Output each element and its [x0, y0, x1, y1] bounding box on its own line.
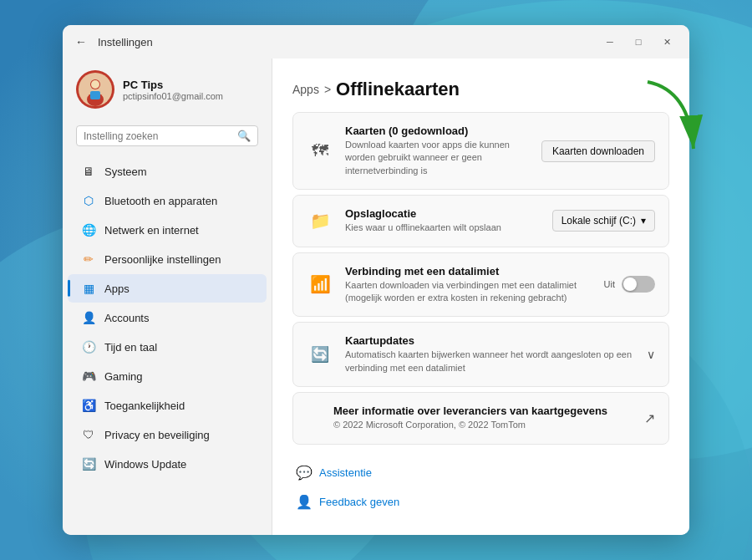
kaartupdates-icon: 🔄 — [307, 341, 333, 368]
opslag-text: Opslaglocatie Kies waar u offlinekaarten… — [345, 207, 541, 234]
kaartupdates-title: Kaartupdates — [345, 334, 635, 347]
kaarten-action: Kaarten downloaden — [541, 140, 655, 162]
verbinding-toggle[interactable] — [622, 276, 655, 293]
sidebar-item-persoonlijk[interactable]: ✏ Persoonlijke instellingen — [68, 245, 267, 273]
netwerk-icon: 🌐 — [81, 222, 96, 237]
verbinding-icon: 📶 — [307, 271, 333, 298]
apps-icon: ▦ — [81, 281, 96, 296]
persoonlijk-icon: ✏ — [81, 252, 96, 267]
opslag-title: Opslaglocatie — [345, 207, 541, 220]
feedback-link[interactable]: Feedback geven — [319, 496, 399, 508]
sidebar-item-privacy[interactable]: 🛡 Privacy en beveiliging — [68, 420, 267, 449]
assistentie-link[interactable]: Assistentie — [319, 466, 372, 479]
kaarten-title: Kaarten (0 gedownload) — [345, 125, 530, 137]
opslag-select-value: Lokale schijf (C:) — [561, 215, 636, 227]
sidebar-item-netwerk[interactable]: 🌐 Netwerk en internet — [68, 216, 267, 244]
sidebar-item-label: Systeem — [104, 165, 147, 178]
sidebar-item-label: Apps — [104, 283, 130, 295]
sidebar-item-label: Toegankelijkheid — [104, 400, 185, 412]
sidebar-item-label: Privacy en beveiliging — [104, 429, 210, 441]
sidebar-item-bluetooth[interactable]: ⬡ Bluetooth en apparaten — [68, 186, 267, 215]
gaming-icon: 🎮 — [81, 369, 96, 384]
meer-info-text: Meer informatie over leveranciers van ka… — [333, 405, 633, 431]
systeem-icon: 🖥 — [81, 164, 96, 179]
opslag-select[interactable]: Lokale schijf (C:) ▾ — [552, 210, 655, 232]
titlebar-left: ← Instellingen — [73, 33, 153, 50]
sidebar-item-gaming[interactable]: 🎮 Gaming — [68, 362, 267, 390]
titlebar: ← Instellingen ─ □ ✕ — [63, 25, 689, 59]
verbinding-title: Verbinding met een datalimiet — [345, 265, 592, 277]
opslag-action: Lokale schijf (C:) ▾ — [552, 210, 655, 232]
sidebar-item-label: Tijd en taal — [104, 341, 157, 354]
sidebar-item-label: Netwerk en internet — [104, 224, 199, 237]
breadcrumb-parent[interactable]: Apps — [292, 83, 319, 96]
profile-email: pctipsinfo01@gmail.com — [123, 91, 223, 101]
svg-point-9 — [91, 80, 99, 89]
verbinding-toggle-row: Uit — [604, 276, 655, 293]
settings-window: ← Instellingen ─ □ ✕ — [63, 25, 689, 535]
sidebar-item-label: Gaming — [104, 370, 143, 383]
opslag-chevron-icon: ▾ — [641, 215, 646, 227]
privacy-icon: 🛡 — [81, 427, 96, 442]
toegankelijkheid-icon: ♿ — [81, 398, 96, 413]
bluetooth-icon: ⬡ — [81, 193, 96, 208]
profile-info: PC Tips pctipsinfo01@gmail.com — [123, 79, 223, 101]
tijd-icon: 🕐 — [81, 339, 96, 354]
windows-update-icon: 🔄 — [81, 456, 96, 471]
external-link-icon[interactable]: ↗ — [644, 411, 655, 425]
sidebar-nav: 🖥 Systeem ⬡ Bluetooth en apparaten 🌐 Net… — [63, 156, 272, 479]
meer-info-desc: © 2022 Microsoft Corporation, © 2022 Tom… — [333, 419, 633, 431]
titlebar-controls: ─ □ ✕ — [597, 33, 679, 51]
maximize-button[interactable]: □ — [626, 33, 651, 51]
accounts-icon: 👤 — [81, 310, 96, 325]
footer-links: 💬 Assistentie 👤 Feedback geven — [292, 458, 669, 517]
sidebar-item-label: Bluetooth en apparaten — [104, 195, 217, 207]
sidebar-item-tijd[interactable]: 🕐 Tijd en taal — [68, 333, 267, 361]
sidebar-item-toegankelijkheid[interactable]: ♿ Toegankelijkheid — [68, 391, 267, 420]
sidebar-item-accounts[interactable]: 👤 Accounts — [68, 303, 267, 332]
breadcrumb: Apps > Offlinekaarten — [292, 79, 669, 100]
svg-rect-10 — [90, 91, 100, 99]
profile-name: PC Tips — [123, 79, 223, 91]
card-kaarten: 🗺 Kaarten (0 gedownload) Download kaarte… — [292, 112, 669, 190]
main-content: Apps > Offlinekaarten 🗺 Kaarten (0 gedow… — [272, 59, 689, 535]
search-icon: 🔍 — [237, 130, 251, 142]
profile-section: PC Tips pctipsinfo01@gmail.com — [63, 59, 272, 120]
kaartupdates-chevron-icon[interactable]: ∨ — [647, 348, 655, 361]
search-box[interactable]: 🔍 — [76, 125, 258, 146]
opslag-desc: Kies waar u offlinekaarten wilt opslaan — [345, 221, 541, 234]
sidebar-item-apps[interactable]: ▦ Apps — [68, 274, 267, 303]
meer-info-title: Meer informatie over leveranciers van ka… — [333, 405, 633, 417]
card-meer-info: Meer informatie over leveranciers van ka… — [292, 392, 669, 444]
sidebar-item-label: Accounts — [104, 312, 149, 324]
kaarten-desc: Download kaarten voor apps die kunnen wo… — [345, 139, 530, 177]
kaarten-downloaden-button[interactable]: Kaarten downloaden — [541, 140, 655, 162]
toggle-thumb — [623, 277, 637, 291]
sidebar-item-systeem[interactable]: 🖥 Systeem — [68, 157, 267, 186]
breadcrumb-current: Offlinekaarten — [336, 79, 460, 100]
assistentie-row: 💬 Assistentie — [292, 458, 669, 487]
close-button[interactable]: ✕ — [654, 33, 679, 51]
verbinding-toggle-label: Uit — [604, 279, 615, 289]
settings-cards: 🗺 Kaarten (0 gedownload) Download kaarte… — [292, 112, 669, 445]
card-opslag: 📁 Opslaglocatie Kies waar u offlinekaart… — [292, 195, 669, 247]
kaartupdates-action: ∨ — [647, 347, 655, 362]
kaartupdates-text: Kaartupdates Automatisch kaarten bijwerk… — [345, 334, 635, 374]
feedback-icon: 👤 — [296, 494, 312, 510]
back-button[interactable]: ← — [73, 33, 89, 50]
card-kaartupdates: 🔄 Kaartupdates Automatisch kaarten bijwe… — [292, 322, 669, 387]
sidebar-item-windows-update[interactable]: 🔄 Windows Update — [68, 450, 267, 478]
kaarten-icon: 🗺 — [307, 138, 333, 165]
sidebar: PC Tips pctipsinfo01@gmail.com 🔍 🖥 Syste… — [63, 59, 272, 535]
feedback-row: 👤 Feedback geven — [292, 487, 669, 517]
verbinding-text: Verbinding met een datalimiet Kaarten do… — [345, 265, 592, 305]
opslag-icon: 📁 — [307, 207, 333, 234]
kaarten-text: Kaarten (0 gedownload) Download kaarten … — [345, 125, 530, 177]
sidebar-item-label: Windows Update — [104, 458, 186, 471]
kaartupdates-desc: Automatisch kaarten bijwerken wanneer he… — [345, 349, 635, 374]
card-verbinding: 📶 Verbinding met een datalimiet Kaarten … — [292, 252, 669, 318]
verbinding-desc: Kaarten downloaden via verbindingen met … — [345, 279, 592, 305]
verbinding-action: Uit — [604, 276, 655, 293]
search-input[interactable] — [84, 130, 232, 142]
minimize-button[interactable]: ─ — [597, 33, 622, 51]
